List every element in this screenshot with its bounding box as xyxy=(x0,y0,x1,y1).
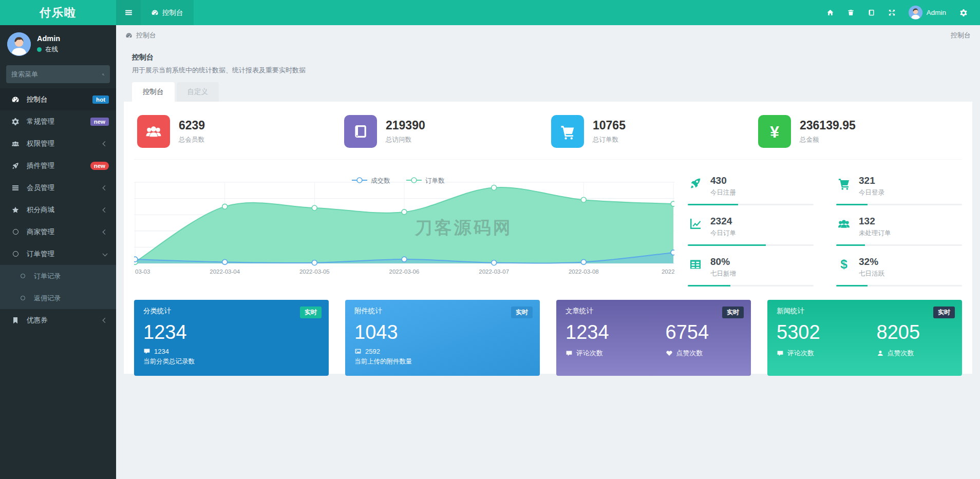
new-badge: new xyxy=(90,118,109,126)
sidebar-item-dashboard[interactable]: 控制台 hot xyxy=(0,88,116,110)
tab-custom[interactable]: 自定义 xyxy=(177,82,219,102)
bookmark-icon xyxy=(10,316,21,324)
mini-stat-label: 今日登录 xyxy=(859,188,884,197)
cogs-icon xyxy=(10,118,21,126)
breadcrumb[interactable]: 控制台 xyxy=(125,31,156,40)
avatar xyxy=(909,6,922,20)
sidebar-toggle-button[interactable] xyxy=(116,0,141,25)
sidebar-item-merchant[interactable]: 商家管理 xyxy=(0,221,116,243)
main-content: 控制台 控制台 控制台 用于展示当前系统中的统计数据、统计报表及重要实时数据 控… xyxy=(116,25,980,479)
home-button[interactable] xyxy=(820,0,841,25)
stat-label: 总金额 xyxy=(800,136,856,144)
clear-cache-button[interactable] xyxy=(841,0,861,25)
mini-stat-label: 今日订单 xyxy=(710,229,736,238)
sidebar-subitem-rebate-records[interactable]: 返佣记录 xyxy=(0,287,116,309)
breadcrumb-label: 控制台 xyxy=(136,31,156,40)
fullscreen-button[interactable] xyxy=(882,0,902,25)
star-icon xyxy=(10,206,21,214)
shopping-bag-icon xyxy=(551,115,584,148)
members-icon xyxy=(137,115,170,148)
chevron-left-icon xyxy=(103,229,108,235)
sidebar: Admin 在线 控制台 hot 常规管理 new xyxy=(0,25,116,479)
settings-button[interactable] xyxy=(952,0,975,25)
summary-cards: 分类统计 实时 1234 1234 当前分类总记录数 附件统计 实时 1043 xyxy=(134,300,962,376)
sidebar-item-coupon[interactable]: 优惠券 xyxy=(0,309,116,331)
sidebar-item-label: 插件管理 xyxy=(27,161,54,170)
sidebar-item-points-mall[interactable]: 积分商城 xyxy=(0,199,116,221)
stat-total-amount: 236139.95 总金额 xyxy=(755,112,962,160)
expand-icon xyxy=(888,9,896,16)
book-icon xyxy=(868,9,875,16)
sidebar-item-addon[interactable]: 插件管理 new xyxy=(0,155,116,177)
card-value: 1234 xyxy=(566,322,609,343)
svg-text:成交数: 成交数 xyxy=(371,177,390,184)
card-metric-label: 点赞次数 xyxy=(888,349,914,358)
sidebar-search xyxy=(6,65,110,83)
rocket-icon xyxy=(10,162,21,170)
users-icon xyxy=(10,140,21,148)
card-category-stats: 分类统计 实时 1234 1234 当前分类总记录数 xyxy=(134,300,329,376)
dashboard-icon xyxy=(10,95,21,104)
card-title: 附件统计 xyxy=(354,306,531,316)
sidebar-item-auth[interactable]: 权限管理 xyxy=(0,132,116,155)
book-icon xyxy=(344,115,377,148)
card-metric-label: 评论次数 xyxy=(576,349,603,358)
sidebar-item-member[interactable]: 会员管理 xyxy=(0,177,116,199)
sidebar-item-label: 控制台 xyxy=(27,95,48,104)
mini-stat-registered-today: 430 今日注册 xyxy=(688,173,814,205)
progress-bar xyxy=(688,285,814,286)
sidebar-subitem-order-records[interactable]: 订单记录 xyxy=(0,265,116,287)
stat-label: 总订单数 xyxy=(593,136,626,144)
breadcrumb-right: 控制台 xyxy=(951,31,971,40)
sidebar-item-label: 订单记录 xyxy=(34,272,61,281)
dashboard-panel: 控制台 用于展示当前系统中的统计数据、统计报表及重要实时数据 控制台 自定义 6… xyxy=(124,46,972,374)
realtime-badge: 实时 xyxy=(511,306,533,318)
realtime-badge: 实时 xyxy=(300,306,322,318)
comment-icon xyxy=(566,350,573,357)
sidebar-item-label: 优惠券 xyxy=(27,316,48,325)
users-icon xyxy=(836,216,852,231)
svg-text:订单数: 订单数 xyxy=(425,177,445,184)
orders-chart[interactable]: 刀客源码网03-032022-03-042022-03-052022-03-06… xyxy=(134,173,674,286)
svg-text:03-03: 03-03 xyxy=(135,269,150,275)
user-menu[interactable]: Admin xyxy=(902,6,952,20)
sidebar-item-order[interactable]: 订单管理 xyxy=(0,243,116,265)
mini-stat-value: 132 xyxy=(859,216,891,227)
topnav-tab-label: 控制台 xyxy=(162,8,183,17)
heart-icon xyxy=(666,350,673,357)
tab-dashboard[interactable]: 控制台 xyxy=(132,82,175,102)
progress-bar xyxy=(836,244,962,246)
sidebar-item-label: 会员管理 xyxy=(27,183,54,193)
realtime-badge: 实时 xyxy=(933,306,955,318)
sidebar-item-label: 常规管理 xyxy=(27,117,54,126)
svg-text:2022-03-08: 2022-03-08 xyxy=(569,269,599,275)
stat-total-orders: 10765 总订单数 xyxy=(548,112,755,160)
chart-svg: 刀客源码网03-032022-03-042022-03-052022-03-06… xyxy=(134,173,674,281)
stat-label: 总访问数 xyxy=(386,136,425,144)
new-badge: new xyxy=(90,162,109,170)
topnav-tab-dashboard[interactable]: 控制台 xyxy=(141,0,194,25)
panel-heading: 控制台 用于展示当前系统中的统计数据、统计报表及重要实时数据 控制台 自定义 xyxy=(124,46,972,102)
sidebar-item-general[interactable]: 常规管理 new xyxy=(0,110,116,132)
progress-bar xyxy=(688,204,814,205)
sidebar-avatar xyxy=(7,32,31,56)
search-input[interactable] xyxy=(11,70,102,78)
svg-text:2022-03-05: 2022-03-05 xyxy=(299,269,330,275)
check-update-button[interactable] xyxy=(861,0,882,25)
search-icon[interactable] xyxy=(102,71,105,78)
image-icon xyxy=(354,348,362,355)
mini-stat-orders-today: 2324 今日订单 xyxy=(688,214,814,246)
stats-row: 6239 总会员数 219390 总访问数 xyxy=(134,112,962,160)
circle-icon xyxy=(17,296,28,300)
mini-stat-week-active: 32% 七日活跃 xyxy=(836,254,962,286)
chevron-left-icon xyxy=(103,207,108,213)
yen-icon xyxy=(758,115,791,148)
dashboard-icon xyxy=(125,32,133,39)
chevron-left-icon xyxy=(103,318,108,323)
mini-stat-week-new: 80% 七日新增 xyxy=(688,254,814,286)
card-title: 文章统计 xyxy=(566,306,742,316)
card-metric-label: 点赞次数 xyxy=(676,349,703,358)
card-sub-label: 当前分类总记录数 xyxy=(143,357,319,366)
comment-icon xyxy=(143,348,150,355)
progress-bar xyxy=(836,285,962,286)
